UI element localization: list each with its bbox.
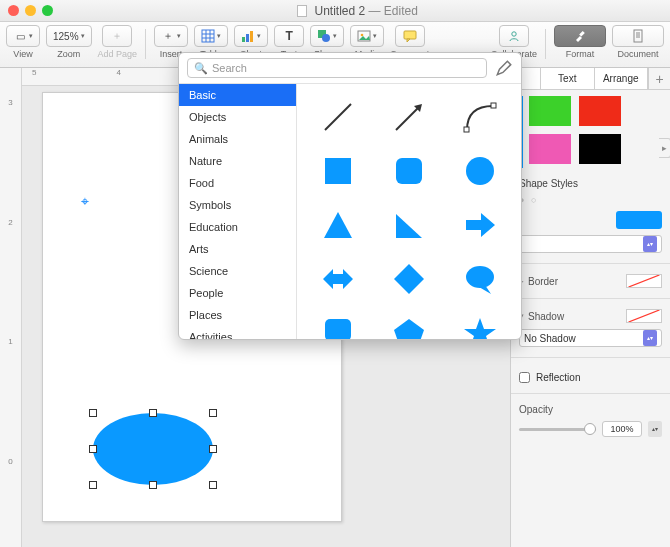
border-preview[interactable] [626, 274, 662, 288]
insert-icon: ＋ [161, 29, 175, 43]
resize-handle[interactable] [209, 445, 217, 453]
border-row[interactable]: ▸ Border [519, 274, 662, 288]
shape-double-arrow[interactable] [317, 258, 359, 300]
shape-button[interactable]: ▾ [310, 25, 344, 47]
category-item-science[interactable]: Science [179, 260, 296, 282]
shape-pentagon[interactable] [388, 312, 430, 339]
text-button[interactable]: T [274, 25, 304, 47]
add-page-button[interactable]: ＋ [102, 25, 132, 47]
shadow-select[interactable]: No Shadow ▴▾ [519, 329, 662, 347]
fill-preview[interactable] [616, 211, 662, 229]
shadow-preview[interactable] [626, 309, 662, 323]
comment-button[interactable] [395, 25, 425, 47]
svg-point-11 [361, 34, 364, 37]
shape-square[interactable] [317, 150, 359, 192]
zoom-value: 125% [53, 31, 79, 42]
document-icon-btn [631, 29, 645, 43]
shape-curve[interactable] [459, 96, 501, 138]
selected-ellipse-shape[interactable] [93, 413, 213, 485]
media-button[interactable]: ▾ [350, 25, 384, 47]
document-button[interactable] [612, 25, 664, 47]
shape-triangle[interactable] [317, 204, 359, 246]
table-icon [201, 29, 215, 43]
opacity-slider[interactable] [519, 422, 596, 436]
select-stepper-icon: ▴▾ [643, 236, 657, 252]
svg-line-20 [629, 310, 660, 322]
category-item-symbols[interactable]: Symbols [179, 194, 296, 216]
search-placeholder: Search [212, 62, 247, 74]
ruler-tick: 2 [8, 218, 12, 278]
resize-handle[interactable] [209, 481, 217, 489]
collaborate-button[interactable] [499, 25, 529, 47]
svg-point-27 [466, 157, 494, 185]
insert-button[interactable]: ＋▾ [154, 25, 188, 47]
svg-rect-0 [202, 30, 214, 42]
format-button[interactable] [554, 25, 606, 47]
add-page-group: ＋ Add Page [98, 25, 138, 59]
zoom-select[interactable]: 125%▾ [46, 25, 92, 47]
table-button[interactable]: ▾ [194, 25, 228, 47]
close-window-button[interactable] [8, 5, 19, 16]
category-item-objects[interactable]: Objects [179, 106, 296, 128]
fill-select[interactable]: ▴▾ [519, 235, 662, 253]
style-swatch[interactable] [579, 96, 621, 126]
svg-line-21 [325, 104, 351, 130]
select-stepper-icon: ▴▾ [643, 330, 657, 346]
tab-arrange[interactable]: Arrange [595, 68, 649, 89]
shape-right-triangle[interactable] [388, 204, 430, 246]
category-item-people[interactable]: People [179, 282, 296, 304]
window-titlebar: Untitled 2 — Edited [0, 0, 670, 22]
style-swatch[interactable] [529, 134, 571, 164]
document-icon [297, 5, 307, 17]
view-label: View [13, 49, 32, 59]
category-item-arts[interactable]: Arts [179, 238, 296, 260]
add-page-label: Add Page [98, 49, 138, 59]
text-icon: T [282, 29, 296, 43]
tab-text[interactable]: Text [541, 68, 595, 89]
inspector-panel: Text Arrange + [510, 68, 670, 547]
resize-handle[interactable] [149, 409, 157, 417]
category-item-places[interactable]: Places [179, 304, 296, 326]
shape-line[interactable] [317, 96, 359, 138]
add-tab-button[interactable]: + [648, 68, 670, 89]
shape-circle[interactable] [459, 150, 501, 192]
shape-diamond[interactable] [388, 258, 430, 300]
shape-star[interactable] [459, 312, 501, 339]
shape-arrow-line[interactable] [388, 96, 430, 138]
svg-line-19 [629, 275, 660, 287]
view-button[interactable]: ▭▾ [6, 25, 40, 47]
svg-rect-23 [464, 127, 469, 132]
resize-handle[interactable] [89, 481, 97, 489]
edited-indicator: — Edited [365, 4, 418, 18]
chart-button[interactable]: ▾ [234, 25, 268, 47]
title-text: Untitled 2 [314, 4, 365, 18]
opacity-value[interactable]: 100% [602, 421, 642, 437]
resize-handle[interactable] [89, 445, 97, 453]
style-swatch[interactable] [529, 96, 571, 126]
shape-rounded-square[interactable] [388, 150, 430, 192]
category-item-animals[interactable]: Animals [179, 128, 296, 150]
opacity-stepper[interactable]: ▴▾ [648, 421, 662, 437]
resize-handle[interactable] [149, 481, 157, 489]
draw-shape-button[interactable] [495, 59, 513, 77]
border-label: Border [528, 276, 558, 287]
category-item-education[interactable]: Education [179, 216, 296, 238]
style-swatch[interactable] [579, 134, 621, 164]
reflection-checkbox[interactable] [519, 372, 530, 383]
shape-callout-square[interactable] [317, 312, 359, 339]
shape-category-list: Basic Objects Animals Nature Food Symbol… [179, 84, 297, 339]
shadow-row[interactable]: ▾ Shadow [519, 309, 662, 323]
ellipse-fill [93, 413, 213, 485]
zoom-window-button[interactable] [42, 5, 53, 16]
shape-search-input[interactable]: 🔍 Search [187, 58, 487, 78]
resize-handle[interactable] [209, 409, 217, 417]
category-item-food[interactable]: Food [179, 172, 296, 194]
shape-speech-bubble[interactable] [459, 258, 501, 300]
resize-handle[interactable] [89, 409, 97, 417]
minimize-window-button[interactable] [25, 5, 36, 16]
category-item-nature[interactable]: Nature [179, 150, 296, 172]
styles-scroll-right-button[interactable]: ▸ [659, 138, 670, 158]
shape-arrow-right[interactable] [459, 204, 501, 246]
category-item-activities[interactable]: Activities [179, 326, 296, 339]
category-item-basic[interactable]: Basic [179, 84, 296, 106]
